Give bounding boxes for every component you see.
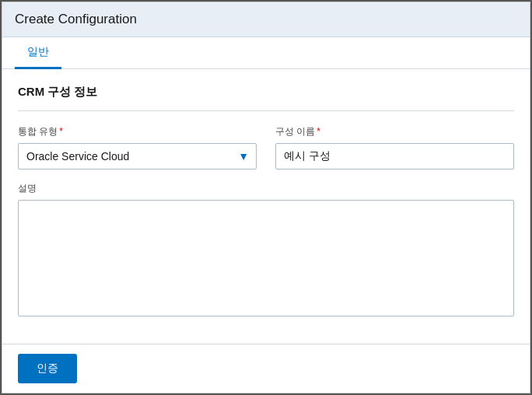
modal-header: Create Configuration: [2, 2, 530, 37]
section-divider: [18, 110, 514, 111]
required-star-integration: *: [59, 126, 63, 137]
form-row-integration: 통합 유형* Oracle Service Cloud ▼ 구성 이름*: [18, 125, 514, 170]
integration-type-select[interactable]: Oracle Service Cloud: [18, 143, 257, 170]
create-configuration-modal: Create Configuration 일반 CRM 구성 정보 통합 유형*…: [2, 2, 530, 393]
description-label: 설명: [18, 182, 514, 195]
config-name-group: 구성 이름*: [275, 125, 514, 170]
required-star-config: *: [317, 126, 320, 137]
integration-type-label: 통합 유형*: [18, 125, 257, 138]
auth-button[interactable]: 인증: [18, 354, 77, 383]
tabs-bar: 일반: [2, 37, 530, 69]
config-name-input[interactable]: [275, 143, 514, 170]
modal-title: Create Configuration: [15, 12, 517, 27]
integration-type-group: 통합 유형* Oracle Service Cloud ▼: [18, 125, 257, 170]
tab-general[interactable]: 일반: [15, 37, 61, 69]
description-textarea[interactable]: [18, 200, 514, 316]
config-name-label: 구성 이름*: [275, 125, 514, 138]
integration-type-select-wrapper: Oracle Service Cloud ▼: [18, 143, 257, 170]
section-title: CRM 구성 정보: [18, 85, 514, 100]
description-group: 설명: [18, 182, 514, 316]
modal-footer: 인증: [2, 344, 530, 393]
modal-body: CRM 구성 정보 통합 유형* Oracle Service Cloud ▼: [2, 69, 530, 344]
